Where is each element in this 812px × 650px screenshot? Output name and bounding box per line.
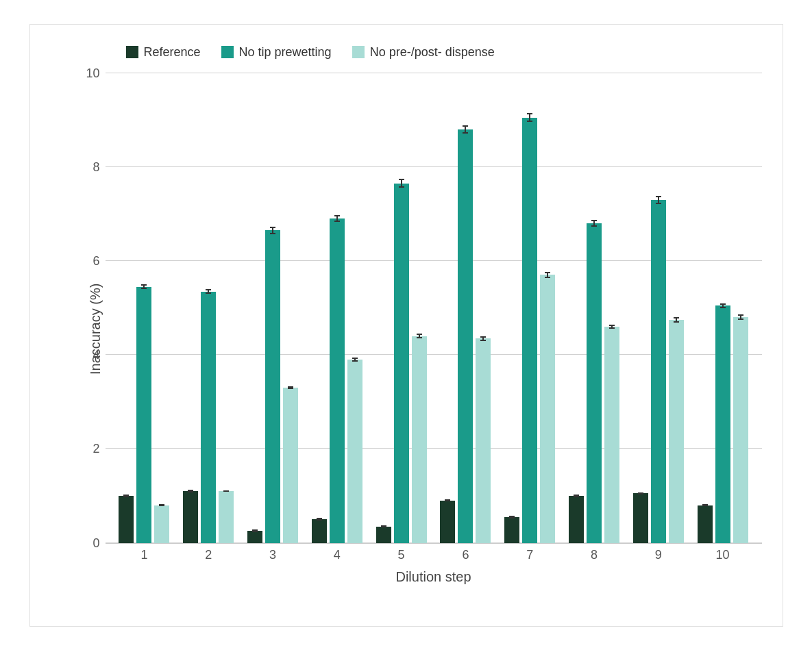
chart-area: Inaccuracy (%) 0246810 12345678910 Dilut…: [85, 73, 762, 585]
legend-swatch-reference: [126, 46, 138, 58]
bar-6-reference: [440, 501, 455, 543]
y-tick-10: 10: [79, 66, 100, 80]
bar-wrapper-4-reference: [312, 73, 327, 543]
bar-10-no-tip-prewetting: [715, 305, 730, 542]
error-bar-10-no-tip-prewetting: [722, 303, 724, 308]
bar-wrapper-9-no-pre-post-dispense: [669, 73, 684, 543]
error-bar-1-no-tip-prewetting: [143, 284, 145, 289]
error-bar-9-no-pre-post-dispense: [676, 317, 677, 323]
bar-group-3: [241, 73, 305, 543]
error-bar-9-no-tip-prewetting: [658, 196, 659, 204]
bar-wrapper-5-reference: [376, 73, 391, 543]
error-bar-6-no-tip-prewetting: [465, 125, 466, 134]
bar-6-no-tip-prewetting: [458, 129, 473, 543]
error-bar-8-no-tip-prewetting: [593, 220, 595, 226]
bar-1-reference: [119, 496, 134, 543]
bar-wrapper-2-reference: [183, 73, 198, 543]
error-bar-5-no-tip-prewetting: [401, 179, 402, 188]
x-tick-5: 5: [369, 544, 434, 562]
bar-wrapper-1-reference: [119, 73, 134, 543]
bar-wrapper-1-no-tip-prewetting: [136, 73, 151, 543]
bar-wrapper-2-no-pre-post-dispense: [219, 73, 234, 543]
chart-container: ReferenceNo tip prewettingNo pre-/post- …: [29, 24, 783, 627]
bar-9-no-pre-post-dispense: [669, 320, 684, 543]
bar-wrapper-5-no-tip-prewetting: [394, 73, 409, 543]
x-tick-10: 10: [691, 544, 755, 562]
bar-wrapper-10-no-tip-prewetting: [715, 73, 730, 543]
error-bar-6-reference: [447, 500, 448, 501]
x-tick-1: 1: [112, 544, 177, 562]
bar-group-9: [626, 73, 691, 543]
error-bar-1-no-pre-post-dispense: [161, 505, 162, 505]
x-tick-9: 9: [626, 544, 691, 562]
x-axis-label: Dilution step: [106, 562, 762, 585]
error-bar-1-reference: [125, 496, 127, 497]
chart-legend: ReferenceNo tip prewettingNo pre-/post- …: [85, 38, 762, 73]
bar-wrapper-3-no-pre-post-dispense: [283, 73, 298, 543]
legend-item-reference: Reference: [126, 45, 201, 60]
x-tick-7: 7: [497, 544, 562, 562]
bar-wrapper-5-no-pre-post-dispense: [412, 73, 427, 543]
bar-wrapper-10-reference: [698, 73, 713, 543]
bar-3-no-pre-post-dispense: [283, 388, 298, 542]
bar-9-reference: [633, 493, 648, 542]
bar-5-no-pre-post-dispense: [412, 336, 427, 543]
error-bar-7-no-pre-post-dispense: [547, 272, 548, 278]
bar-8-reference: [569, 496, 584, 543]
error-bar-6-no-pre-post-dispense: [482, 336, 484, 341]
error-bar-9-reference: [640, 493, 641, 494]
bar-wrapper-3-no-tip-prewetting: [265, 73, 280, 543]
error-bar-4-no-tip-prewetting: [336, 215, 338, 221]
x-axis: 12345678910: [106, 544, 762, 562]
bar-4-no-tip-prewetting: [330, 218, 345, 542]
bar-group-6: [433, 73, 497, 543]
bar-8-no-pre-post-dispense: [604, 327, 619, 543]
bar-10-no-pre-post-dispense: [733, 317, 748, 542]
bar-2-reference: [183, 491, 198, 542]
bar-9-no-tip-prewetting: [651, 200, 666, 543]
error-bar-10-no-pre-post-dispense: [740, 314, 741, 320]
bars-area: [106, 73, 762, 543]
bar-wrapper-7-no-tip-prewetting: [522, 73, 537, 543]
bar-wrapper-7-reference: [504, 73, 519, 543]
bar-group-10: [691, 73, 755, 543]
bar-wrapper-2-no-tip-prewetting: [201, 73, 216, 543]
bar-5-no-tip-prewetting: [394, 184, 409, 543]
bar-wrapper-4-no-tip-prewetting: [330, 73, 345, 543]
bar-wrapper-3-reference: [247, 73, 262, 543]
x-tick-8: 8: [562, 544, 626, 562]
legend-label-no-tip-prewetting: No tip prewetting: [239, 45, 332, 60]
legend-item-no-pre-post-dispense: No pre-/post- dispense: [352, 45, 495, 60]
error-bar-2-no-pre-post-dispense: [225, 490, 227, 491]
error-bar-7-no-tip-prewetting: [529, 113, 530, 121]
error-bar-3-no-tip-prewetting: [272, 227, 273, 234]
bar-wrapper-9-no-tip-prewetting: [651, 73, 666, 543]
plot-area: 0246810: [106, 73, 762, 544]
bar-wrapper-9-reference: [633, 73, 648, 543]
error-bar-8-no-pre-post-dispense: [611, 325, 613, 329]
bar-group-5: [369, 73, 434, 543]
error-bar-2-reference: [190, 491, 191, 492]
y-tick-0: 0: [79, 536, 100, 550]
bar-group-4: [305, 73, 369, 543]
bar-2-no-pre-post-dispense: [219, 491, 234, 542]
error-bar-5-no-pre-post-dispense: [419, 334, 420, 338]
legend-label-reference: Reference: [144, 45, 201, 60]
bar-3-reference: [247, 531, 262, 542]
bar-4-no-pre-post-dispense: [347, 360, 362, 543]
y-tick-2: 2: [79, 442, 100, 456]
x-tick-3: 3: [241, 544, 305, 562]
bar-wrapper-4-no-pre-post-dispense: [347, 73, 362, 543]
error-bar-4-no-pre-post-dispense: [354, 358, 356, 361]
bar-group-7: [497, 73, 562, 543]
bar-wrapper-8-no-pre-post-dispense: [604, 73, 619, 543]
bar-wrapper-6-reference: [440, 73, 455, 543]
bar-3-no-tip-prewetting: [265, 230, 280, 542]
legend-label-no-pre-post-dispense: No pre-/post- dispense: [370, 45, 495, 60]
bar-1-no-pre-post-dispense: [154, 505, 169, 543]
bar-group-2: [176, 73, 241, 543]
bar-wrapper-10-no-pre-post-dispense: [733, 73, 748, 543]
legend-swatch-no-pre-post-dispense: [352, 46, 365, 58]
bar-wrapper-8-reference: [569, 73, 584, 543]
error-bar-8-reference: [576, 496, 577, 497]
